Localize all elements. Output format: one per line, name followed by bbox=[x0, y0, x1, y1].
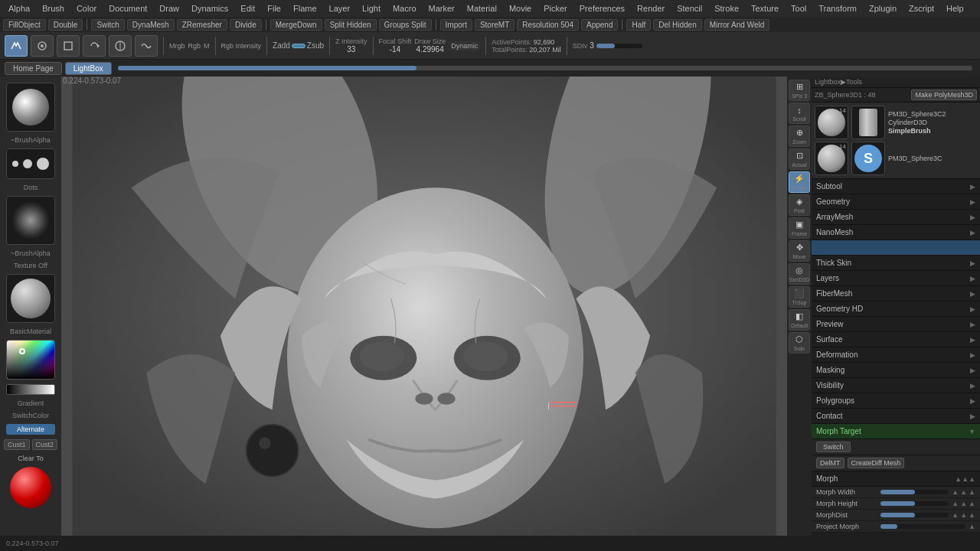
subtool-section[interactable]: Subtool ▶ bbox=[812, 179, 980, 194]
menu-item-alpha[interactable]: Alpha bbox=[3, 2, 35, 15]
rgb-label[interactable]: Rgb bbox=[188, 42, 201, 50]
morphdist-slider[interactable] bbox=[880, 513, 949, 517]
delhidden-btn[interactable]: Del Hidden bbox=[653, 19, 701, 31]
lsym-btn[interactable]: ⚡ L Sym bbox=[789, 171, 810, 193]
solo-btn[interactable]: ⬡ Solo bbox=[789, 332, 810, 354]
preview-section[interactable]: Preview ▶ bbox=[812, 317, 980, 332]
focal-shift-val[interactable]: -14 bbox=[390, 45, 400, 54]
menu-item-movie[interactable]: Movie bbox=[504, 2, 537, 15]
menu-item-light[interactable]: Light bbox=[357, 2, 386, 15]
geometryhd-section[interactable]: Geometry HD ▶ bbox=[812, 302, 980, 317]
layers-section[interactable]: Layers ▶ bbox=[812, 271, 980, 286]
mw-up[interactable]: ▲ bbox=[952, 488, 959, 496]
morphtarget-section[interactable]: Morph Target ▼ bbox=[812, 424, 980, 439]
contact-section[interactable]: Contact ▶ bbox=[812, 409, 980, 424]
lightbox-btn[interactable]: LightBox bbox=[65, 62, 112, 75]
menu-item-picker[interactable]: Picker bbox=[538, 2, 573, 15]
menu-item-zscript[interactable]: Zscript bbox=[903, 2, 939, 15]
morph-switch-btn[interactable]: Switch bbox=[816, 442, 851, 452]
menu-item-document[interactable]: Document bbox=[103, 2, 152, 15]
actual-btn[interactable]: ⊡ Actual bbox=[789, 148, 810, 170]
brush-alpha2-preview[interactable] bbox=[6, 196, 55, 245]
menu-item-layer[interactable]: Layer bbox=[324, 2, 356, 15]
mw-lock[interactable]: ▲ bbox=[969, 488, 975, 496]
menu-item-macro[interactable]: Macro bbox=[387, 2, 422, 15]
creatediff-btn[interactable]: CreateDiff Mesh bbox=[848, 458, 905, 468]
mw-down[interactable]: ▲ bbox=[960, 488, 967, 496]
deformation-section[interactable]: Deformation ▶ bbox=[812, 347, 980, 363]
double-btn[interactable]: Double bbox=[48, 19, 83, 31]
zremesher-btn[interactable]: ZRemesher bbox=[177, 19, 227, 31]
cylinder-thumb[interactable] bbox=[851, 106, 885, 139]
fibermesh-section[interactable]: FiberMesh ▶ bbox=[812, 286, 980, 302]
s-icon-thumb[interactable]: S bbox=[851, 142, 885, 175]
masking-section[interactable]: Masking ▶ bbox=[812, 363, 980, 378]
divide-btn[interactable]: Divide bbox=[230, 19, 262, 31]
mirrorandweld-btn[interactable]: Mirror And Weld bbox=[704, 19, 770, 31]
sphere-thumb-1[interactable]: 14 bbox=[815, 106, 848, 139]
switch-btn[interactable]: Switch bbox=[91, 19, 124, 31]
scale-mode-btn[interactable] bbox=[57, 35, 80, 57]
arraymesh-section[interactable]: ArrayMesh ▶ bbox=[812, 210, 980, 225]
mh-lock[interactable]: ▲ bbox=[969, 500, 975, 507]
append-btn[interactable]: Append bbox=[581, 19, 618, 31]
morph-height-slider[interactable] bbox=[880, 501, 949, 506]
home-page-btn[interactable]: Home Page bbox=[5, 62, 62, 75]
frame-btn[interactable]: ▣ Frame bbox=[789, 217, 810, 239]
clear-to-label[interactable]: Clear To bbox=[18, 455, 43, 462]
alternate-btn[interactable]: Alternate bbox=[6, 424, 55, 435]
m-label[interactable]: M bbox=[204, 42, 210, 50]
mergedown-btn[interactable]: MergeDown bbox=[270, 19, 322, 31]
sdiv-val[interactable]: 3 bbox=[590, 41, 594, 50]
brush-alpha-preview[interactable] bbox=[6, 83, 55, 132]
menu-item-material[interactable]: Material bbox=[462, 2, 502, 15]
md-lock[interactable]: ▲ bbox=[969, 511, 975, 519]
delmt-btn[interactable]: DelMT bbox=[816, 458, 844, 468]
material-preview[interactable] bbox=[6, 274, 55, 323]
sphere-thumb-2[interactable]: 14 bbox=[815, 142, 848, 175]
canvas-area[interactable] bbox=[61, 77, 787, 536]
mrgb-label[interactable]: Mrgb bbox=[169, 42, 185, 50]
dots-preview[interactable] bbox=[6, 148, 55, 179]
switch-color-label[interactable]: SwitchColor bbox=[12, 412, 49, 419]
zadd-btn[interactable] bbox=[292, 44, 305, 48]
storemt-btn[interactable]: StoreMT bbox=[475, 19, 514, 31]
trsup-btn[interactable]: ⬛ TrSup bbox=[789, 286, 810, 308]
cust2-btn[interactable]: Cust2 bbox=[32, 439, 58, 450]
symmetry-btn[interactable] bbox=[109, 35, 132, 57]
half-btn[interactable]: Half bbox=[626, 19, 651, 31]
menu-item-brush[interactable]: Brush bbox=[37, 2, 70, 15]
sond3d-btn[interactable]: ◎ SonD3D bbox=[789, 263, 810, 285]
project-morph-slider[interactable] bbox=[880, 524, 965, 529]
md-down[interactable]: ▲ bbox=[960, 511, 967, 519]
import-btn[interactable]: Import bbox=[440, 19, 472, 31]
geometry-section[interactable]: Geometry ▶ bbox=[812, 194, 980, 210]
scroll-btn[interactable]: ↕ Scroll bbox=[789, 103, 810, 124]
menu-item-dynamics[interactable]: Dynamics bbox=[186, 2, 234, 15]
thickskin-section[interactable]: Thick Skin ▶ bbox=[812, 256, 980, 271]
menu-item-stroke[interactable]: Stroke bbox=[709, 2, 744, 15]
make-polymesh-btn[interactable]: Make PolyMesh3D bbox=[911, 90, 977, 100]
default-btn[interactable]: ◧ Default bbox=[789, 309, 810, 331]
dynamesh-btn[interactable]: DynaMesh bbox=[127, 19, 175, 31]
mh-up[interactable]: ▲ bbox=[952, 500, 959, 507]
visibility-section[interactable]: Visibility ▶ bbox=[812, 378, 980, 393]
resolution-btn[interactable]: Resolution 504 bbox=[517, 19, 579, 31]
menu-item-preferences[interactable]: Preferences bbox=[574, 2, 630, 15]
move-btn[interactable]: ✥ Move bbox=[789, 240, 810, 262]
rotate-mode-btn[interactable] bbox=[83, 35, 106, 57]
spix-btn[interactable]: ⊞ SPix 3 bbox=[789, 80, 810, 101]
menu-item-marker[interactable]: Marker bbox=[423, 2, 460, 15]
menu-item-draw[interactable]: Draw bbox=[154, 2, 185, 15]
draw-size-val[interactable]: 4.29964 bbox=[416, 45, 444, 54]
menu-item-texture[interactable]: Texture bbox=[746, 2, 784, 15]
post-btn[interactable]: ◈ Post bbox=[789, 194, 810, 216]
menu-item-zplugin[interactable]: Zplugin bbox=[864, 2, 902, 15]
md-up[interactable]: ▲ bbox=[952, 511, 959, 519]
menu-item-file[interactable]: File bbox=[262, 2, 286, 15]
mh-down[interactable]: ▲ bbox=[960, 500, 967, 507]
texture-off-label[interactable]: Texture Off bbox=[14, 262, 47, 269]
splithidden-btn[interactable]: Split Hidden bbox=[325, 19, 377, 31]
color-swatch[interactable] bbox=[6, 340, 55, 380]
move-mode-btn[interactable] bbox=[31, 35, 54, 57]
